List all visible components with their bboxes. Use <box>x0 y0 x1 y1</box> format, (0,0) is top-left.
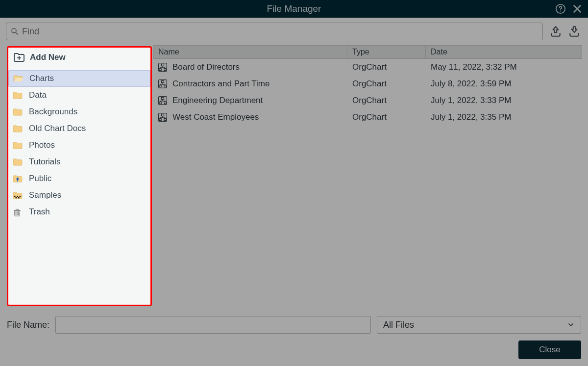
sidebar-item-label: Data <box>29 90 147 100</box>
file-list-panel: Name Type Date Board of DirectorsOrgChar… <box>153 45 582 311</box>
folder-icon <box>12 107 23 116</box>
sidebar-item-label: Samples <box>29 190 147 200</box>
file-name: Board of Directors <box>172 62 240 72</box>
sidebar-item-label: Charts <box>29 74 146 83</box>
svg-rect-10 <box>162 64 164 66</box>
sidebar-item-samples[interactable]: Samples <box>8 187 150 204</box>
file-type-filter-label: All Files <box>383 320 414 330</box>
orgchart-icon <box>158 62 168 72</box>
svg-rect-5 <box>17 196 18 197</box>
svg-rect-12 <box>164 69 166 71</box>
toolbar <box>0 18 588 45</box>
orgchart-icon <box>158 79 168 89</box>
column-header-name[interactable]: Name <box>153 45 347 59</box>
sidebar-item-label: Backgrounds <box>29 107 147 117</box>
file-row[interactable]: Contractors and Part TimeOrgChartJuly 8,… <box>153 76 582 92</box>
close-window-button[interactable] <box>571 3 583 15</box>
svg-point-1 <box>560 10 561 11</box>
sidebar-item-label: Public <box>29 174 147 183</box>
add-new-button[interactable]: Add New <box>8 48 150 67</box>
sidebar-item-label: Tutorials <box>29 157 147 167</box>
file-manager-window: File Manager <box>0 0 588 366</box>
orgchart-icon <box>158 112 168 122</box>
sidebar-item-data[interactable]: Data <box>8 87 150 104</box>
search-field[interactable] <box>6 23 543 40</box>
svg-rect-11 <box>159 69 161 71</box>
file-type: OrgChart <box>347 96 426 105</box>
svg-rect-18 <box>162 97 164 99</box>
footer: File Name: All Files Close <box>0 311 588 366</box>
file-date: July 1, 2022, 3:35 PM <box>426 112 582 122</box>
file-type: OrgChart <box>347 112 426 122</box>
sidebar-item-photos[interactable]: Photos <box>8 137 150 154</box>
svg-point-2 <box>12 28 16 33</box>
file-type: OrgChart <box>347 62 426 72</box>
add-new-label: Add New <box>30 52 66 62</box>
download-button[interactable] <box>567 25 581 38</box>
sidebar: Add New ChartsDataBackgroundsOld Chart D… <box>7 46 152 306</box>
search-input[interactable] <box>22 26 539 37</box>
chevron-down-icon <box>567 321 575 329</box>
file-row[interactable]: Board of DirectorsOrgChartMay 11, 2022, … <box>153 59 582 76</box>
sidebar-item-trash[interactable]: Trash <box>8 204 150 220</box>
svg-rect-6 <box>20 196 21 197</box>
svg-rect-23 <box>159 119 161 121</box>
svg-rect-4 <box>14 196 16 197</box>
file-name: Engineering Department <box>172 96 263 105</box>
file-date: May 11, 2022, 3:32 PM <box>426 62 582 72</box>
svg-rect-7 <box>16 197 17 199</box>
folder-up-icon <box>12 174 23 183</box>
trash-icon <box>12 208 23 216</box>
upload-button[interactable] <box>549 25 563 38</box>
sidebar-item-label: Photos <box>29 140 147 150</box>
add-folder-icon <box>13 52 25 62</box>
titlebar: File Manager <box>0 0 588 18</box>
file-row[interactable]: Engineering DepartmentOrgChartJuly 1, 20… <box>153 92 582 109</box>
folder-icon <box>12 141 23 150</box>
svg-line-3 <box>16 32 18 34</box>
file-type: OrgChart <box>347 79 426 89</box>
sidebar-item-old-chart-docs[interactable]: Old Chart Docs <box>8 120 150 137</box>
file-type-filter[interactable]: All Files <box>377 316 581 334</box>
column-headers: Name Type Date <box>153 45 582 59</box>
file-row[interactable]: West Coast EmployeesOrgChartJuly 1, 2022… <box>153 109 582 126</box>
help-button[interactable] <box>555 3 566 15</box>
folder-icon <box>12 124 23 133</box>
folder-pattern-icon <box>12 191 23 200</box>
window-title: File Manager <box>267 3 321 14</box>
svg-rect-20 <box>164 102 166 104</box>
sidebar-item-label: Trash <box>29 207 147 217</box>
svg-rect-19 <box>159 102 161 104</box>
sidebar-item-tutorials[interactable]: Tutorials <box>8 154 150 170</box>
file-name: West Coast Employees <box>172 112 259 122</box>
search-icon <box>10 27 19 36</box>
folder-icon <box>12 157 23 166</box>
file-name: Contractors and Part Time <box>172 79 270 89</box>
close-button[interactable]: Close <box>518 340 581 359</box>
sidebar-item-public[interactable]: Public <box>8 170 150 187</box>
filename-input[interactable] <box>55 316 371 334</box>
folder-open-icon <box>13 74 24 83</box>
sidebar-item-charts[interactable]: Charts <box>8 70 150 87</box>
file-date: July 8, 2022, 3:59 PM <box>426 79 582 89</box>
sidebar-item-backgrounds[interactable]: Backgrounds <box>8 104 150 120</box>
svg-rect-14 <box>162 80 164 82</box>
column-header-date[interactable]: Date <box>426 45 582 59</box>
svg-rect-16 <box>164 85 166 87</box>
sidebar-item-label: Old Chart Docs <box>29 124 147 133</box>
column-header-type[interactable]: Type <box>347 45 426 59</box>
folder-icon <box>12 91 23 100</box>
filename-label: File Name: <box>7 320 49 330</box>
orgchart-icon <box>158 96 168 105</box>
svg-rect-15 <box>159 85 161 87</box>
file-date: July 1, 2022, 3:33 PM <box>426 96 582 105</box>
svg-rect-22 <box>162 114 164 116</box>
svg-rect-8 <box>18 197 20 199</box>
svg-rect-24 <box>164 119 166 121</box>
